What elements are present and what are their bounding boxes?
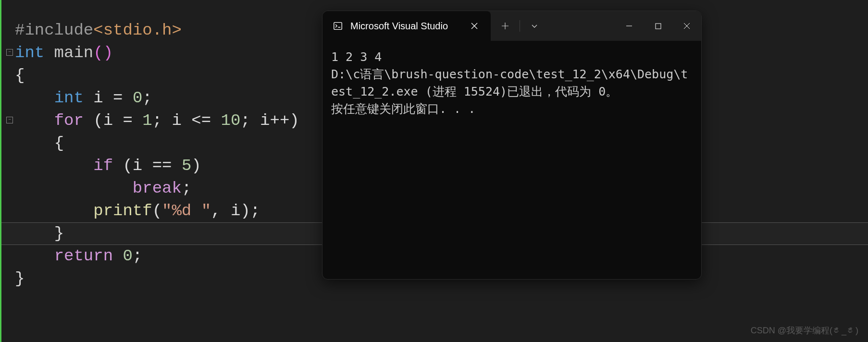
console-tab[interactable]: Microsoft Visual Studio [322, 11, 491, 41]
console-output[interactable]: 1 2 3 4 D:\c语言\brush-question-code\test_… [322, 41, 701, 125]
close-window-button[interactable] [672, 11, 701, 41]
maximize-button[interactable] [644, 11, 672, 41]
svg-rect-1 [656, 24, 661, 29]
tab-title: Microsoft Visual Studio [350, 21, 461, 32]
output-line: 1 2 3 4 [331, 50, 382, 64]
fold-toggle-icon[interactable]: − [6, 117, 13, 123]
console-window: Microsoft Visual Studio 1 [322, 11, 702, 280]
new-tab-button[interactable] [495, 16, 516, 36]
watermark: CSDN @我要学编程(ಥ_ಥ) [751, 325, 858, 336]
fold-toggle-icon[interactable]: − [6, 49, 13, 56]
dropdown-button[interactable] [524, 16, 545, 36]
window-controls [615, 11, 701, 41]
svg-rect-0 [334, 23, 342, 30]
terminal-icon [332, 20, 344, 32]
output-line: D:\c语言\brush-question-code\test_12_2\x64… [331, 67, 688, 98]
close-tab-button[interactable] [468, 19, 481, 33]
output-line: 按任意键关闭此窗口. . . [331, 102, 475, 116]
console-titlebar[interactable]: Microsoft Visual Studio [322, 11, 701, 41]
titlebar-actions [495, 16, 545, 36]
divider [520, 20, 520, 32]
minimize-button[interactable] [615, 11, 644, 41]
